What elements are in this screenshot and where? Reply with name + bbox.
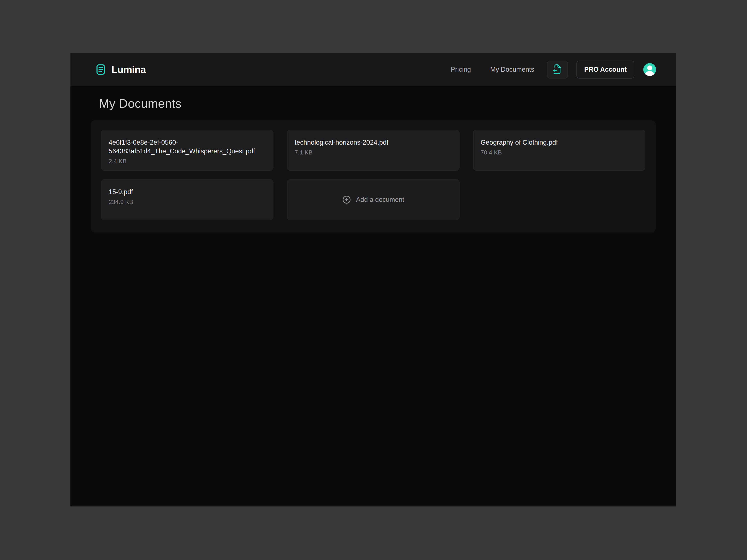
document-card[interactable]: 4e6f1f3-0e8e-2ef-0560-564383af51d4_The_C… <box>101 130 274 171</box>
document-card[interactable]: technological-horizons-2024.pdf 7.1 KB <box>287 130 459 171</box>
page-title: My Documents <box>99 97 656 110</box>
document-card[interactable]: Geography of Clothing.pdf 70.4 KB <box>473 130 645 171</box>
document-size: 234.9 KB <box>109 199 266 205</box>
brand-logo[interactable]: Lumina <box>95 63 146 76</box>
documents-panel: 4e6f1f3-0e8e-2ef-0560-564383af51d4_The_C… <box>91 120 656 233</box>
pro-account-button[interactable]: PRO Account <box>576 60 634 79</box>
document-name: 4e6f1f3-0e8e-2ef-0560-564383af51d4_The_C… <box>109 138 266 156</box>
avatar-person-icon <box>647 65 652 71</box>
document-size: 7.1 KB <box>294 149 452 156</box>
add-document-label: Add a document <box>356 196 404 204</box>
brand-name: Lumina <box>111 63 146 75</box>
document-size: 70.4 KB <box>481 149 638 156</box>
add-document-card[interactable]: Add a document <box>287 179 459 220</box>
document-lines-logo-icon <box>95 63 107 76</box>
upload-document-button[interactable] <box>547 60 568 79</box>
top-navbar: Lumina Pricing My Documents PRO Account <box>71 53 676 86</box>
nav-link-my-documents[interactable]: My Documents <box>490 66 535 73</box>
main-content: My Documents 4e6f1f3-0e8e-2ef-0560-56438… <box>71 97 676 233</box>
document-name: technological-horizons-2024.pdf <box>294 138 452 147</box>
document-card[interactable]: 15-9.pdf 234.9 KB <box>101 179 274 220</box>
file-plus-icon <box>552 64 563 75</box>
user-avatar[interactable] <box>643 63 656 76</box>
nav-links: Pricing My Documents PRO Account <box>451 60 656 79</box>
app-window: Lumina Pricing My Documents PRO Account <box>71 53 676 506</box>
circle-plus-icon <box>342 195 351 204</box>
document-name: Geography of Clothing.pdf <box>481 138 638 147</box>
nav-link-pricing[interactable]: Pricing <box>451 66 471 73</box>
documents-grid: 4e6f1f3-0e8e-2ef-0560-564383af51d4_The_C… <box>101 130 645 220</box>
document-size: 2.4 KB <box>109 158 266 164</box>
document-name: 15-9.pdf <box>109 188 266 196</box>
